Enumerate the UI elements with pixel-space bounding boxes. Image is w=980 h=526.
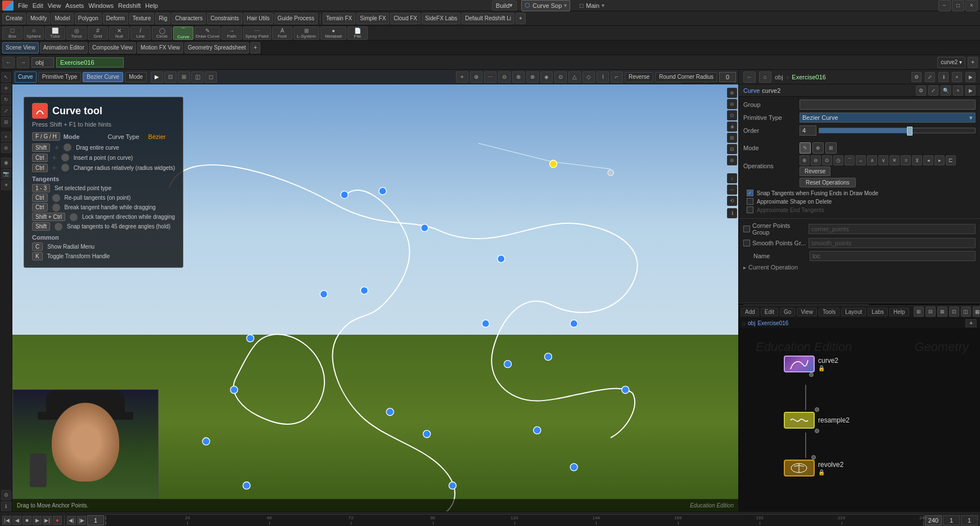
props-close-btn[interactable]: × xyxy=(953,86,963,96)
line-tool[interactable]: / Line xyxy=(130,26,151,40)
curve-tool-btn[interactable]: ⌒ Curve xyxy=(173,26,193,40)
prev-key-btn[interactable]: ◀| xyxy=(67,516,76,525)
node-revolve2[interactable]: revolve2 🔒 xyxy=(784,455,843,481)
sphere-tool[interactable]: ○ Sphere xyxy=(24,26,44,40)
path-tool[interactable]: → Path xyxy=(222,26,242,40)
op-icon-12[interactable]: ◂ xyxy=(923,155,933,165)
path-back-btn[interactable]: ← xyxy=(2,57,15,68)
props-arrow-btn[interactable]: ▶ xyxy=(965,86,976,96)
settings-icon[interactable]: ⚙ xyxy=(1,490,11,500)
vp-right-icon-2[interactable]: ⊖ xyxy=(727,99,737,109)
vp-right-icon-8[interactable]: ↕ xyxy=(727,173,737,183)
menu-help[interactable]: Help xyxy=(145,2,158,9)
ng-icon-6[interactable]: ▦ xyxy=(973,307,980,317)
stop-btn[interactable]: ■ xyxy=(22,516,31,525)
menu-view[interactable]: View xyxy=(48,2,61,9)
sidefx-labs-btn[interactable]: SideFX Labs xyxy=(422,13,460,24)
smooth-check[interactable] xyxy=(743,240,750,246)
handle-icon[interactable]: ⊛ xyxy=(1,143,11,153)
vp-extra-1[interactable]: ⋯ xyxy=(484,71,496,83)
ng-edit-btn[interactable]: Edit xyxy=(761,308,778,316)
op-icon-2[interactable]: ⊖ xyxy=(811,155,821,165)
mode-btn[interactable]: Mode xyxy=(125,72,147,82)
tube-tool[interactable]: ⬜ Tube xyxy=(45,26,65,40)
op-icon-4[interactable]: ◷ xyxy=(833,155,843,165)
ng-help-btn[interactable]: Help xyxy=(889,308,909,316)
rig-btn[interactable]: Rig xyxy=(155,13,170,24)
op-icon-8[interactable]: ∨ xyxy=(878,155,888,165)
rp-arrow-btn[interactable]: ▶ xyxy=(965,72,976,82)
torus-tool[interactable]: ◎ Torus xyxy=(66,26,87,40)
timeline-ruler[interactable]: 1 24 48 72 96 120 144 168 192 216 240 xyxy=(105,514,924,527)
ng-icon-5[interactable]: ◫ xyxy=(961,307,971,317)
node-curve2[interactable]: curve2 🔒 xyxy=(784,351,838,377)
mode-icon-draw[interactable]: ✎ xyxy=(800,142,811,154)
add-view-btn[interactable]: + xyxy=(250,42,260,53)
rp-home-btn[interactable]: ⌂ xyxy=(759,71,771,83)
op-icon-11[interactable]: ⊻ xyxy=(912,155,922,165)
info-icon[interactable]: ℹ xyxy=(1,501,11,511)
vp-extra-2[interactable]: ⊝ xyxy=(498,71,511,83)
curve-sop-tab[interactable]: ⬡ Curve Sop ▾ xyxy=(521,0,570,11)
op-icon-14[interactable]: ⊏ xyxy=(946,155,956,165)
mode-icon-5[interactable]: ◻ xyxy=(205,71,217,83)
model-btn[interactable]: Model xyxy=(51,13,73,24)
move-tool-icon[interactable]: ✛ xyxy=(1,83,11,93)
menu-file[interactable]: File xyxy=(18,2,28,9)
minimize-btn[interactable]: − xyxy=(938,0,951,11)
ng-go-btn[interactable]: Go xyxy=(780,308,795,316)
ng-icon-3[interactable]: ⊠ xyxy=(937,307,947,317)
polygon-btn[interactable]: Polygon xyxy=(75,13,102,24)
cloud-fx-btn[interactable]: Cloud FX xyxy=(390,13,421,24)
primitive-type-btn[interactable]: Primitive Type xyxy=(38,72,82,82)
build-dropdown[interactable]: Build ▾ xyxy=(492,1,517,11)
motion-fx-tab[interactable]: Motion FX View xyxy=(137,42,183,53)
name-field[interactable]: loc xyxy=(810,251,976,261)
snap-icon[interactable]: ⌖ xyxy=(1,132,11,142)
menu-assets[interactable]: Assets xyxy=(65,2,84,9)
exercise-path[interactable]: Exercise016 xyxy=(56,57,124,68)
grid-tool[interactable]: # Grid xyxy=(88,26,108,40)
smooth-points-field[interactable]: smooth_points xyxy=(809,238,976,248)
corner-points-field[interactable]: corner_points xyxy=(809,224,976,234)
op-icon-3[interactable]: ⊙ xyxy=(822,155,832,165)
rp-info-btn[interactable]: ℹ xyxy=(938,72,949,82)
modify-btn[interactable]: Modify xyxy=(27,13,50,24)
spray-paint-tool[interactable]: ⋯ Spray Paint xyxy=(243,26,271,40)
vp-extra-3[interactable]: ⊕ xyxy=(512,71,525,83)
ng-add-btn[interactable]: Add xyxy=(741,308,759,316)
corner-check[interactable] xyxy=(743,226,750,232)
default-redshift-btn[interactable]: Default Redshift Li xyxy=(462,13,514,24)
composite-view-tab[interactable]: Composite View xyxy=(89,42,136,53)
null-tool[interactable]: ✕ Null xyxy=(109,26,129,40)
menu-edit[interactable]: Edit xyxy=(33,2,43,9)
vp-extra-7[interactable]: △ xyxy=(568,71,581,83)
vp-extra-8[interactable]: ◇ xyxy=(582,71,595,83)
bezier-curve-btn[interactable]: Bezier Curve xyxy=(83,72,123,82)
create-btn[interactable]: Create xyxy=(2,13,26,24)
scale-tool-icon[interactable]: ⤢ xyxy=(1,106,11,116)
op-icon-9[interactable]: ✕ xyxy=(889,155,900,165)
deform-btn[interactable]: Deform xyxy=(103,13,128,24)
box-tool[interactable]: □ Box xyxy=(2,26,22,40)
vp-right-icon-6[interactable]: ⊟ xyxy=(727,144,737,154)
menu-redshift[interactable]: Redshift xyxy=(118,2,141,9)
mode-icon-edit[interactable]: ⊞ xyxy=(825,142,837,154)
props-search-btn[interactable]: 🔍 xyxy=(941,86,951,96)
rp-expand-btn[interactable]: ⤢ xyxy=(925,72,935,82)
rp-gear-btn[interactable]: ⚙ xyxy=(911,72,922,82)
animation-editor-tab[interactable]: Animation Editor xyxy=(40,42,88,53)
node-resample2[interactable]: resample2 xyxy=(784,407,850,433)
vp-extra-5[interactable]: ◈ xyxy=(540,71,553,83)
geometry-spreadsheet-tab[interactable]: Geometry Spreadsheet xyxy=(184,42,249,53)
ng-icon-1[interactable]: ⊞ xyxy=(914,307,924,317)
ng-labs-btn[interactable]: Labs xyxy=(868,308,888,316)
op-icon-7[interactable]: ∧ xyxy=(867,155,877,165)
circle-tool[interactable]: ◯ Circle xyxy=(152,26,172,40)
terrain-fx-btn[interactable]: Terrain FX xyxy=(323,13,355,24)
vp-extra-6[interactable]: ⊙ xyxy=(554,71,567,83)
transform-tool-icon[interactable]: ⊞ xyxy=(1,117,11,127)
camera-icon[interactable]: 📷 xyxy=(1,169,11,179)
props-expand-btn[interactable]: ⤢ xyxy=(928,86,938,96)
mode-icon-4[interactable]: ◫ xyxy=(191,71,204,83)
